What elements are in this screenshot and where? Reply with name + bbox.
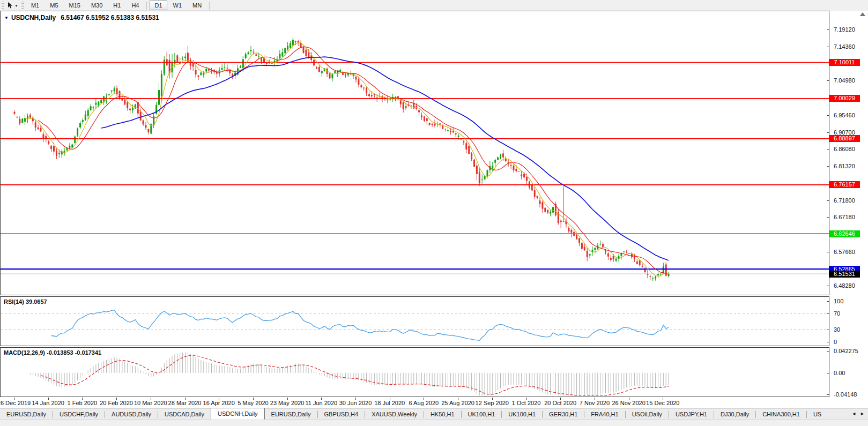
timeframe-toolbar: ▼ M1M5M15M30H1H4 D1W1MN: [0, 0, 868, 11]
price-tick-label: 7.14360: [829, 43, 855, 50]
date-label: 18 Jul 2020: [374, 400, 405, 406]
chart-tab-hk50-h1[interactable]: HK50,H1: [424, 408, 461, 420]
status-bar: [0, 420, 868, 426]
mt4-window: ▼ M1M5M15M30H1H4 D1W1MN ▼ USDCNH,Daily 6…: [0, 0, 868, 426]
date-label: 26 Dec 2019: [0, 400, 31, 406]
date-label: 1 Feb 2020: [68, 400, 98, 406]
chart-tab-ger30-h1[interactable]: GER30,H1: [543, 408, 584, 420]
date-label: 14 Jan 2020: [32, 400, 64, 406]
price-tick-label: 6.95460: [829, 111, 855, 119]
date-label: 12 Sep 2020: [476, 400, 509, 406]
chart-tab-usdjpy-h1[interactable]: USDJPY,H1: [669, 408, 714, 420]
date-label: 26 Nov 2020: [612, 400, 645, 406]
main-chart-canvas[interactable]: [1, 11, 829, 295]
macd-tick-label: 0.00: [829, 369, 845, 377]
chart-tab-usoil-daily[interactable]: USOil,Daily: [626, 408, 669, 420]
chart-tab-uk100-h1[interactable]: UK100,H1: [462, 408, 502, 420]
date-label: 20 Oct 2020: [544, 400, 576, 406]
level-price-label: 7.00029: [829, 95, 860, 102]
chart-tab-audusd-daily[interactable]: AUDUSD,Daily: [105, 408, 158, 420]
level-price-label: 7.10011: [829, 59, 860, 66]
date-label: 6 Aug 2020: [409, 400, 439, 406]
current-price-label: 6.51531: [829, 271, 860, 278]
tab-scroll-right-icon[interactable]: ►: [860, 411, 865, 416]
toolbar-grip2[interactable]: [21, 2, 24, 9]
chart-tab-eurusd-daily[interactable]: EURUSD,Daily: [265, 408, 317, 420]
rsi-tick-label: 30: [829, 326, 840, 333]
timeframe-button-m1[interactable]: M1: [26, 1, 44, 10]
cursor-tool-button[interactable]: ▼: [6, 1, 20, 10]
chart-tab-usdchf-daily[interactable]: USDCHF,Daily: [53, 408, 105, 420]
chart-shift-marker[interactable]: [860, 12, 865, 16]
date-label: 10 Mar 2020: [134, 400, 167, 406]
chart-tab-fra40-h1[interactable]: FRA40,H1: [584, 408, 625, 420]
chart-tab-bar: EURUSD,DailyUSDCHF,DailyAUDUSD,DailyUSDC…: [0, 408, 868, 420]
rsi-panel: RSI(14) 39.0657: [0, 296, 829, 346]
rsi-tick-label: 70: [829, 310, 840, 317]
level-price-label: 6.88897: [829, 135, 860, 142]
timeframe-button-mn[interactable]: MN: [188, 1, 206, 10]
tab-scroll-left-icon[interactable]: ◄: [851, 411, 856, 416]
date-label: 20 Feb 2020: [100, 400, 133, 406]
main-chart-panel: ▼ USDCNH,Daily 6.51467 6.51952 6.51383 6…: [0, 11, 829, 295]
price-tick-label: 6.81320: [829, 162, 855, 170]
macd-panel: MACD(12,26,9) -0.013853 -0.017341: [0, 347, 829, 397]
date-label: 7 Nov 2020: [580, 400, 610, 406]
chart-tab-uk100-h1[interactable]: UK100,H1: [502, 408, 542, 420]
rsi-label: RSI(14) 39.0657: [4, 298, 47, 305]
chart-symbol-label: USDCNH,Daily: [11, 14, 56, 21]
chart-tab-dj30-daily[interactable]: DJ30,Daily: [714, 408, 755, 420]
toolbar-separator: [146, 2, 147, 10]
price-tick-label: 6.86080: [829, 145, 855, 153]
price-tick-label: 6.57660: [829, 248, 855, 256]
date-label: 15 Dec 2020: [646, 400, 679, 406]
chart-menu-icon[interactable]: ▼: [4, 16, 9, 20]
chart-tab-xauusd-weekly[interactable]: XAUUSD,Weekly: [365, 408, 424, 420]
level-price-label: 6.62646: [829, 230, 860, 237]
cursor-icon: [8, 2, 13, 9]
date-label: 23 May 2020: [270, 400, 305, 406]
price-tick-label: 6.67180: [829, 213, 855, 221]
date-label: 30 Jun 2020: [339, 400, 372, 406]
macd-tick-label: -0.04148: [829, 391, 857, 398]
price-tick-label: 7.19120: [829, 26, 855, 33]
toolbar-grip[interactable]: [2, 2, 4, 9]
chart-ohlc-values: 6.51467 6.51952 6.51383 6.51531: [61, 14, 159, 21]
chart-tab-usdcad-daily[interactable]: USDCAD,Daily: [158, 408, 211, 420]
level-price-label: 6.76157: [829, 181, 860, 188]
rsi-canvas[interactable]: [1, 297, 829, 346]
dropdown-caret-icon: ▼: [14, 4, 18, 8]
macd-canvas[interactable]: [1, 348, 829, 397]
timeframe-button-d1[interactable]: D1: [150, 1, 167, 10]
timeframe-button-m30[interactable]: M30: [86, 1, 107, 10]
toolbar-separator2: [209, 2, 210, 10]
date-label: 5 May 2020: [238, 400, 268, 406]
rsi-tick-label: 0: [829, 338, 837, 346]
date-label: 1 Oct 2020: [512, 400, 541, 406]
price-axis: 7.191207.143607.049806.954606.907006.860…: [829, 11, 868, 397]
timeframe-button-h1[interactable]: H1: [108, 1, 125, 10]
date-label: 11 Jun 2020: [305, 400, 337, 406]
date-label: 25 Aug 2020: [441, 400, 474, 406]
price-tick-label: 7.04980: [829, 77, 855, 84]
chart-tab-usdcnh-daily[interactable]: USDCNH,Daily: [211, 408, 265, 420]
chart-tab-us[interactable]: US: [807, 408, 821, 420]
macd-tick-label: 0.042275: [829, 347, 858, 355]
macd-label: MACD(12,26,9) -0.013853 -0.017341: [4, 349, 101, 356]
date-label: 16 Apr 2020: [203, 400, 235, 406]
timeframe-button-h4[interactable]: H4: [127, 1, 144, 10]
chart-tab-gbpusd-h4[interactable]: GBPUSD,H4: [318, 408, 365, 420]
date-label: 28 Mar 2020: [168, 400, 202, 406]
tab-scroll-buttons: ◄ ►: [849, 408, 867, 420]
chart-tab-eurusd-daily[interactable]: EURUSD,Daily: [0, 408, 53, 420]
chart-tab-china300-h1[interactable]: CHINA300,H1: [756, 408, 806, 420]
rsi-tick-label: 100: [829, 297, 843, 305]
price-tick-label: 6.71800: [829, 197, 855, 204]
timeframe-button-m15[interactable]: M15: [64, 1, 85, 10]
price-tick-label: 6.48280: [829, 282, 855, 289]
timeframe-button-w1[interactable]: W1: [168, 1, 187, 10]
time-axis: 26 Dec 201914 Jan 20201 Feb 202020 Feb 2…: [0, 398, 829, 407]
chart-title: ▼ USDCNH,Daily 6.51467 6.51952 6.51383 6…: [4, 14, 159, 21]
timeframe-button-m5[interactable]: M5: [45, 1, 63, 10]
